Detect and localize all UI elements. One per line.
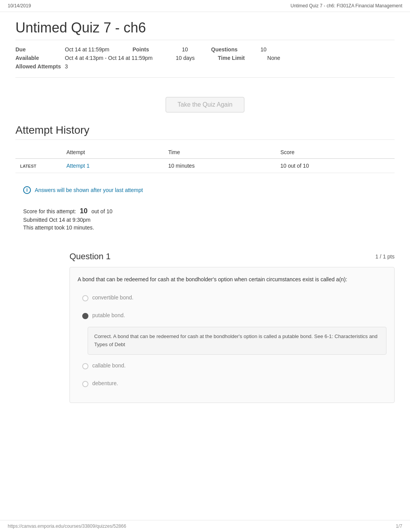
- answer-text-4: debenture.: [92, 380, 118, 386]
- score-out-of: out of 10: [91, 208, 113, 214]
- footer-url: https://canvas.emporia.edu/courses/33809…: [8, 524, 126, 529]
- question-1-header: Question 1 1 / 1 pts: [69, 252, 395, 262]
- score-section: Score for this attempt: 10 out of 10 Sub…: [15, 203, 395, 240]
- date-label: 10/14/2019: [8, 3, 31, 8]
- duration-value: 10 days: [176, 55, 195, 61]
- attempt-link-cell[interactable]: Attempt 1: [62, 159, 164, 173]
- question-1-text: A bond that can be redeemed for cash at …: [78, 275, 386, 284]
- answer-radio-1[interactable]: [82, 295, 88, 301]
- due-item: Due Oct 14 at 11:59pm: [15, 46, 109, 53]
- questions-value: 10: [261, 46, 267, 53]
- answer-options: convertible bond.putable bond.Correct. A…: [78, 291, 386, 390]
- answer-radio-2[interactable]: [82, 313, 88, 319]
- available-label: Available: [15, 55, 62, 61]
- attempts-item: Allowed Attempts 3: [15, 63, 68, 70]
- score-line: Score for this attempt: 10 out of 10: [23, 207, 387, 215]
- table-row: LATEST Attempt 1 10 minutes 10 out of 10: [15, 159, 395, 173]
- main-content: Untimed Quiz 7 - ch6 Due Oct 14 at 11:59…: [0, 12, 410, 418]
- points-value: 10: [182, 46, 188, 53]
- meta-row-3: Allowed Attempts 3: [15, 63, 395, 70]
- col-empty: [15, 146, 62, 159]
- take-quiz-section: Take the Quiz Again: [15, 85, 395, 124]
- answer-text-3: callable bond.: [92, 362, 125, 369]
- notice-box: i Answers will be shown after your last …: [15, 181, 395, 199]
- points-item: Points 10: [132, 46, 188, 53]
- attempt-time: 10 minutes: [164, 159, 276, 173]
- answer-option-2: putable bond.: [78, 309, 386, 322]
- duration-item: 10 days: [176, 55, 195, 61]
- take-quiz-button[interactable]: Take the Quiz Again: [166, 97, 244, 112]
- question-1-pts: 1 / 1 pts: [375, 253, 395, 260]
- notice-text: Answers will be shown after your last at…: [35, 187, 143, 193]
- time-limit-item: Time Limit None: [218, 55, 280, 61]
- page-header-title: Untimed Quiz 7 - ch6: FI301ZA Financial …: [291, 3, 402, 8]
- available-value: Oct 4 at 4:13pm - Oct 14 at 11:59pm: [65, 55, 152, 61]
- time-limit-value: None: [267, 55, 280, 61]
- latest-label: LATEST: [15, 159, 62, 173]
- feedback-box: Correct. A bond that can be redeemed for…: [88, 327, 386, 355]
- questions-label: Questions: [211, 46, 258, 53]
- attempt-history-title: Attempt History: [15, 124, 395, 140]
- footer-page: 1/7: [396, 524, 402, 529]
- answer-text-1: convertible bond.: [92, 294, 134, 301]
- score-label: Score for this attempt:: [23, 208, 76, 214]
- score-number: 10: [80, 207, 88, 215]
- answer-radio-4[interactable]: [82, 381, 88, 387]
- col-score: Score: [276, 146, 395, 159]
- submitted-line: Submitted Oct 14 at 9:30pm: [23, 217, 387, 223]
- answer-option-1: convertible bond.: [78, 291, 386, 304]
- info-icon: i: [23, 186, 31, 194]
- due-label: Due: [15, 46, 62, 53]
- answer-text-2: putable bond.: [92, 312, 125, 318]
- meta-row-1: Due Oct 14 at 11:59pm Points 10 Question…: [15, 46, 395, 53]
- due-value: Oct 14 at 11:59pm: [65, 46, 109, 53]
- points-label: Points: [132, 46, 179, 53]
- attempts-label: Allowed Attempts: [15, 63, 62, 70]
- took-line: This attempt took 10 minutes.: [23, 224, 387, 231]
- col-time: Time: [164, 146, 276, 159]
- question-1-container: Question 1 1 / 1 pts A bond that can be …: [69, 252, 395, 403]
- question-1-title: Question 1: [69, 252, 110, 262]
- attempt-table: Attempt Time Score LATEST Attempt 1 10 m…: [15, 146, 395, 173]
- top-bar: 10/14/2019 Untimed Quiz 7 - ch6: FI301ZA…: [0, 0, 410, 12]
- col-attempt: Attempt: [62, 146, 164, 159]
- quiz-meta: Due Oct 14 at 11:59pm Points 10 Question…: [15, 46, 395, 78]
- questions-item: Questions 10: [211, 46, 267, 53]
- answer-option-3: callable bond.: [78, 359, 386, 372]
- available-item: Available Oct 4 at 4:13pm - Oct 14 at 11…: [15, 55, 152, 61]
- meta-row-2: Available Oct 4 at 4:13pm - Oct 14 at 11…: [15, 55, 395, 61]
- question-1-body: A bond that can be redeemed for cash at …: [69, 267, 395, 403]
- time-limit-label: Time Limit: [218, 55, 264, 61]
- attempt-score: 10 out of 10: [276, 159, 395, 173]
- answer-option-4: debenture.: [78, 377, 386, 390]
- quiz-title: Untimed Quiz 7 - ch6: [15, 20, 395, 40]
- bottom-bar: https://canvas.emporia.edu/courses/33809…: [0, 520, 410, 532]
- attempts-value: 3: [65, 63, 68, 70]
- attempt-link[interactable]: Attempt 1: [66, 163, 90, 169]
- answer-radio-3[interactable]: [82, 363, 88, 369]
